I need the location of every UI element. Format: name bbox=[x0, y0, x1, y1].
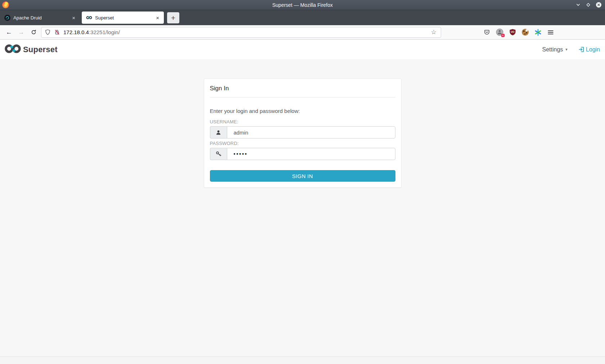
chevron-down-icon: ▾ bbox=[565, 47, 568, 52]
settings-menu[interactable]: Settings ▾ bbox=[542, 46, 568, 53]
superset-favicon-icon bbox=[86, 15, 92, 21]
brand-name: Superset bbox=[23, 45, 58, 54]
url-bar[interactable]: 172.18.0.4:32251/login/ ☆ bbox=[41, 27, 441, 38]
login-label: Login bbox=[586, 46, 600, 53]
window-titlebar: Superset — Mozilla Firefox bbox=[0, 0, 605, 10]
browser-toolbar: ← → 172.18.0.4:32251/login/ ☆ ✕ UO bbox=[0, 25, 605, 40]
firefox-icon bbox=[2, 1, 9, 8]
reload-button[interactable] bbox=[27, 27, 40, 38]
superset-navbar: Superset Settings ▾ Login bbox=[0, 40, 605, 59]
username-addon bbox=[210, 126, 227, 138]
pocket-icon[interactable] bbox=[484, 29, 490, 36]
window-maximize-button[interactable] bbox=[586, 3, 591, 7]
tab-strip: Apache Druid × Superset × + bbox=[0, 10, 605, 25]
login-link[interactable]: Login bbox=[578, 46, 600, 53]
menu-hamburger-icon[interactable] bbox=[547, 29, 554, 36]
tab-close-icon[interactable]: × bbox=[70, 14, 77, 21]
insecure-lock-icon[interactable] bbox=[54, 29, 60, 35]
page-content: Sign In Enter your login and password be… bbox=[0, 59, 605, 364]
url-host: 172.18.0.4 bbox=[63, 29, 89, 35]
cookie-extension-icon[interactable] bbox=[522, 29, 529, 36]
password-addon bbox=[210, 148, 227, 160]
key-icon bbox=[216, 151, 221, 157]
back-button[interactable]: ← bbox=[3, 27, 15, 38]
ublock-shield-icon[interactable]: UO bbox=[509, 29, 516, 36]
tracking-shield-icon[interactable] bbox=[45, 29, 51, 35]
window-minimize-button[interactable] bbox=[576, 3, 581, 7]
user-icon bbox=[216, 130, 221, 135]
sign-in-button[interactable]: SIGN IN bbox=[210, 170, 395, 182]
username-label: USERNAME: bbox=[210, 119, 395, 124]
extension-disabled-badge: ✕ bbox=[501, 34, 505, 37]
bookmark-star-icon[interactable]: ☆ bbox=[430, 28, 438, 37]
tab-title: Apache Druid bbox=[13, 15, 70, 21]
druid-favicon-icon bbox=[4, 15, 10, 21]
sign-in-icon bbox=[578, 46, 584, 53]
superset-brand[interactable]: Superset bbox=[4, 44, 58, 55]
tab-apache-druid[interactable]: Apache Druid × bbox=[0, 10, 80, 25]
tab-close-icon[interactable]: × bbox=[154, 14, 161, 21]
window-title: Superset — Mozilla Firefox bbox=[272, 2, 333, 8]
password-label: PASSWORD: bbox=[210, 141, 395, 146]
window-close-button[interactable] bbox=[596, 2, 601, 8]
sign-in-subtitle: Enter your login and password below: bbox=[210, 108, 395, 114]
sparkle-extension-icon[interactable] bbox=[534, 29, 542, 36]
username-input[interactable] bbox=[227, 126, 395, 138]
settings-label: Settings bbox=[542, 46, 563, 53]
ublock-letters: UO bbox=[511, 31, 515, 33]
url-path: :32251/login/ bbox=[89, 29, 120, 35]
tab-superset[interactable]: Superset × bbox=[82, 12, 164, 24]
forward-button[interactable]: → bbox=[15, 27, 27, 38]
sign-in-card: Sign In Enter your login and password be… bbox=[204, 78, 402, 188]
superset-logo-icon bbox=[4, 44, 21, 55]
password-input[interactable] bbox=[227, 148, 395, 160]
page-footer bbox=[0, 356, 605, 364]
sign-in-title: Sign In bbox=[210, 85, 395, 97]
tab-title: Superset bbox=[95, 15, 154, 21]
container-extension-icon[interactable]: ✕ bbox=[496, 28, 503, 36]
url-text: 172.18.0.4:32251/login/ bbox=[63, 29, 430, 35]
new-tab-button[interactable]: + bbox=[167, 12, 179, 23]
